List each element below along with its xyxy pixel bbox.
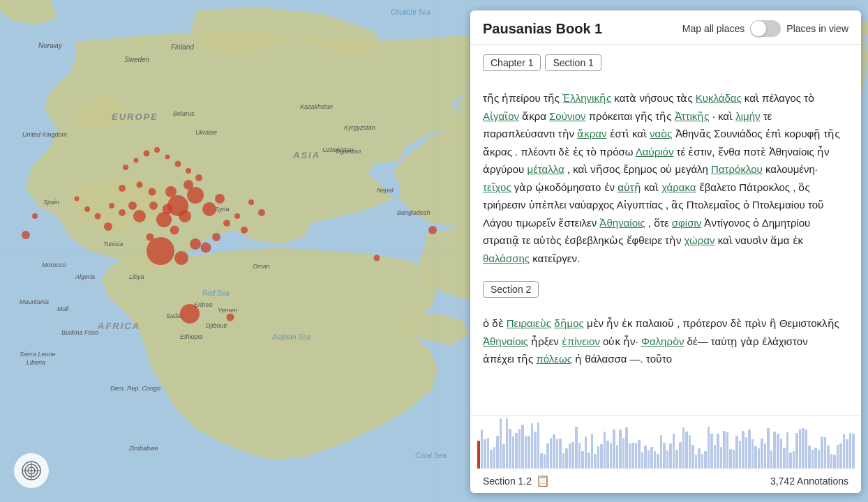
place-dot[interactable] — [133, 210, 146, 222]
histogram-bar — [600, 444, 603, 469]
place-dot[interactable] — [165, 186, 177, 197]
demos-link[interactable]: δῆμος — [554, 317, 584, 329]
histogram-bar — [581, 451, 584, 469]
epineion-link[interactable]: ἐπίνειον — [562, 335, 600, 347]
place-dot[interactable] — [374, 255, 380, 261]
attikes-link[interactable]: Ἀττικῆς — [675, 110, 710, 122]
histogram-bar — [682, 427, 685, 469]
place-dot[interactable] — [186, 168, 191, 174]
aute-link[interactable]: αὐτῇ — [618, 181, 641, 193]
place-dot[interactable] — [84, 206, 90, 212]
limen-link[interactable]: λιμήν — [735, 110, 760, 122]
patroklou-link[interactable]: Πατρόκλου — [711, 163, 763, 175]
place-dot[interactable] — [175, 161, 181, 167]
phaleron-link[interactable]: Φαληρὸν — [641, 335, 684, 347]
section2-tab-container: Section 2 — [483, 281, 841, 306]
place-dot[interactable] — [104, 222, 112, 231]
histogram-bar — [745, 437, 748, 469]
place-dot[interactable] — [119, 209, 126, 216]
place-dot[interactable] — [234, 213, 240, 219]
thalasses-link[interactable]: θαλάσσης — [483, 252, 530, 264]
section-label: Section 1.2 📋 — [483, 474, 550, 487]
athenaios-link[interactable]: Ἀθηναίοις — [599, 217, 645, 229]
place-dot[interactable] — [227, 314, 234, 321]
place-dot[interactable] — [258, 209, 265, 216]
histogram-bar — [588, 452, 590, 469]
choran-link[interactable]: χώραν — [684, 234, 715, 246]
chapter-1-tab[interactable]: Chapter 1 — [483, 54, 541, 71]
place-dot[interactable] — [147, 237, 174, 265]
place-dot[interactable] — [248, 199, 254, 205]
place-dot[interactable] — [109, 203, 114, 208]
histogram-bar — [814, 448, 817, 469]
logo[interactable] — [14, 453, 49, 488]
place-dot[interactable] — [179, 210, 191, 222]
place-dot[interactable] — [223, 220, 230, 227]
toggle-switch[interactable] — [750, 20, 781, 37]
akran-link[interactable]: ἄκραν — [577, 128, 606, 139]
section-1-tab[interactable]: Section 1 — [545, 54, 601, 71]
sfisin-link[interactable]: σφίσιν — [672, 217, 701, 229]
place-dot[interactable] — [128, 201, 137, 210]
histogram-bar — [525, 436, 527, 469]
histogram-bar — [556, 439, 559, 469]
place-dot[interactable] — [154, 147, 160, 153]
place-dot[interactable] — [134, 158, 139, 163]
naos-link[interactable]: ναὸς — [650, 128, 672, 139]
place-dot[interactable] — [123, 165, 128, 170]
place-dot[interactable] — [156, 212, 172, 227]
histogram-bar — [827, 446, 830, 469]
charaka-link[interactable]: χάρακα — [661, 181, 696, 193]
place-dot[interactable] — [215, 194, 225, 204]
place-dot[interactable] — [137, 182, 143, 188]
panel-content[interactable]: Chapter 1 Section 1 τῆς ἠπείρου τῆς Ἑλλη… — [470, 45, 861, 416]
place-dot[interactable] — [75, 197, 80, 201]
place-dot[interactable] — [202, 202, 216, 216]
book-icon[interactable]: 📋 — [536, 474, 550, 487]
hellenikes-link[interactable]: Ἑλληνικῆς — [562, 92, 611, 104]
place-dot[interactable] — [149, 201, 158, 210]
place-dot[interactable] — [95, 213, 101, 220]
place-dot[interactable] — [32, 213, 38, 219]
place-dot[interactable] — [201, 243, 211, 253]
poleos-link[interactable]: πόλεως — [536, 353, 572, 365]
histogram-bar — [789, 452, 792, 469]
place-dot[interactable] — [144, 151, 150, 157]
histogram-bar — [679, 442, 682, 469]
histogram-bar — [502, 444, 505, 469]
place-dot[interactable] — [22, 231, 30, 239]
place-dot[interactable] — [212, 233, 220, 241]
place-dot[interactable] — [165, 155, 170, 160]
histogram-bar — [849, 433, 852, 469]
athenaios2-link[interactable]: Ἀθηναίοις — [483, 335, 528, 347]
histogram-bar — [569, 443, 571, 469]
histogram-bar — [726, 432, 729, 469]
place-dot[interactable] — [241, 227, 248, 234]
section-label-text: Section 1.2 — [483, 476, 532, 487]
place-dot[interactable] — [180, 304, 200, 324]
metalla-link[interactable]: μέταλλα — [527, 163, 564, 175]
laurion-link[interactable]: Λαύριόν — [636, 146, 674, 158]
peiraieus-link[interactable]: Πειραιεὺς — [507, 317, 551, 329]
place-dot[interactable] — [190, 238, 201, 250]
place-dot[interactable] — [184, 180, 193, 190]
sounion-link[interactable]: Σούνιον — [549, 110, 586, 122]
place-dot[interactable] — [170, 226, 179, 235]
place-dot[interactable] — [149, 188, 156, 196]
histogram-bar — [742, 431, 744, 469]
histogram-bar — [644, 446, 647, 469]
histogram-bar — [846, 439, 848, 469]
histogram-bar — [673, 434, 675, 469]
teichos-link[interactable]: τεῖχος — [483, 181, 511, 193]
kykladas-link[interactable]: Κυκλάδας — [696, 92, 742, 104]
place-dot[interactable] — [119, 185, 126, 192]
panel-footer: Section 1.2 📋 3,742 Annotations — [470, 416, 861, 493]
place-dot[interactable] — [428, 226, 437, 234]
section-1-text: τῆς ἠπείρου τῆς Ἑλληνικῆς κατὰ νήσους τὰ… — [483, 89, 841, 267]
histogram-bar — [808, 446, 811, 469]
histogram-bar — [852, 434, 855, 469]
section-2-tab[interactable]: Section 2 — [483, 281, 539, 298]
place-dot[interactable] — [195, 174, 202, 181]
aigaion-link[interactable]: Αἰγαῖον — [483, 110, 519, 122]
place-dot[interactable] — [174, 251, 188, 265]
